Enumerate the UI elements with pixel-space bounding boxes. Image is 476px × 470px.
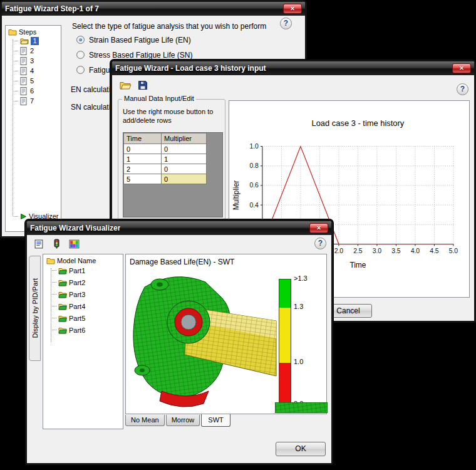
colorbar-upper-label: 1.3 <box>294 303 303 310</box>
document-icon <box>20 87 27 95</box>
ok-button[interactable]: OK <box>276 442 326 456</box>
tree-connector <box>14 91 18 91</box>
table-cell-r1-c1[interactable]: 1 <box>162 154 207 164</box>
tab-no-mean[interactable]: No Mean <box>125 415 165 426</box>
table-cell-r3-c0[interactable]: 5 <box>124 174 162 184</box>
svg-text:0.6: 0.6 <box>249 182 259 189</box>
step-item-5[interactable]: 5 <box>8 76 61 86</box>
tree-connector <box>14 81 18 81</box>
table-header-row: TimeMultiplier <box>124 133 207 144</box>
part-label: Part4 <box>69 303 85 310</box>
tree-connector <box>14 61 18 61</box>
part-label: Part5 <box>69 315 85 322</box>
current-step-icon <box>20 37 29 44</box>
step-item-2[interactable]: 2 <box>8 46 61 56</box>
table-cell-r2-c1[interactable]: 0 <box>162 164 207 174</box>
step-item-4[interactable]: 4 <box>8 66 61 76</box>
radio-icon[interactable] <box>76 51 85 59</box>
column-header-time[interactable]: Time <box>124 133 162 144</box>
table-row: 20 <box>124 164 207 174</box>
save-button[interactable] <box>135 78 151 93</box>
svg-text:Time: Time <box>349 261 366 269</box>
open-button[interactable] <box>117 78 133 93</box>
tree-item-part3[interactable]: Part3 <box>46 288 123 300</box>
groupbox-title: Manual Data Input/Edit <box>122 95 196 102</box>
tab-morrow[interactable]: Morrow <box>166 415 200 426</box>
table-cell-r2-c0[interactable]: 2 <box>124 164 162 174</box>
part-folder-icon <box>58 315 67 322</box>
model-tree-panel: Model Name Part1Part2Part3Part4Part5Part… <box>43 254 123 429</box>
tree-item-part6[interactable]: Part6 <box>46 324 123 336</box>
tree-connector <box>52 318 56 318</box>
help-button[interactable]: ? <box>457 83 468 95</box>
open-folder-icon <box>120 81 132 90</box>
step-number-label: 4 <box>29 67 35 75</box>
steps-root[interactable]: Steps <box>6 26 61 36</box>
tree-item-part4[interactable]: Part4 <box>46 300 123 312</box>
step-wizard-titlebar[interactable]: Fatigue Wizard Step-1 of 7 ✕ <box>2 2 305 16</box>
tree-item-part5[interactable]: Part5 <box>46 312 123 324</box>
column-header-multiplier[interactable]: Multiplier <box>162 133 207 144</box>
tree-connector <box>52 306 56 306</box>
step-item-6[interactable]: 6 <box>8 86 61 96</box>
tab-display-by-pid-part[interactable]: Display by PID/Part <box>29 256 41 361</box>
folder-icon <box>46 257 55 264</box>
tree-connector <box>14 101 18 102</box>
visualizer-client: ? Display by PID/Part Model Name Part1Pa… <box>27 235 331 463</box>
result-title: Damage Based Life(EN) - SWT <box>130 258 234 266</box>
history-window-titlebar[interactable]: Fatigue Wizard - Load case 3 history inp… <box>112 61 474 75</box>
help-button[interactable]: ? <box>280 18 292 29</box>
step-item-7[interactable]: 7 <box>8 96 61 106</box>
damage-colorbar <box>279 279 291 405</box>
tree-item-part1[interactable]: Part1 <box>46 264 123 276</box>
step-number-label: 2 <box>29 47 35 55</box>
radio-fatigue-third[interactable]: Fatigu <box>76 65 110 75</box>
part-label: Part6 <box>69 326 85 334</box>
model-root-label: Model Name <box>57 257 96 264</box>
close-icon[interactable]: ✕ <box>309 223 328 233</box>
radio-strain-based[interactable]: Strain Based Fatigue Life (EN) <box>76 35 191 44</box>
visualizer-icon <box>20 213 27 220</box>
colorbar-red-segment <box>279 363 291 405</box>
document-icon <box>20 97 27 105</box>
colorbar-mid-label: 1.0 <box>294 358 303 365</box>
tab-swt[interactable]: SWT <box>201 414 230 427</box>
radio-label: Strain Based Fatigue Life (EN) <box>89 36 191 44</box>
radio-icon[interactable] <box>76 66 85 74</box>
report-button[interactable] <box>31 236 47 251</box>
svg-text:3.0: 3.0 <box>373 248 382 254</box>
table-cell-r3-c1[interactable]: 0 <box>162 174 207 184</box>
mesh-strip-decoration <box>275 402 328 413</box>
table-cell-r0-c1[interactable]: 0 <box>162 144 207 154</box>
tree-connector <box>52 294 56 295</box>
table-cell-r1-c0[interactable]: 1 <box>124 154 162 164</box>
colormap-button[interactable] <box>66 236 82 251</box>
svg-text:1.0: 1.0 <box>249 143 259 150</box>
colormap-icon <box>69 239 80 249</box>
document-icon <box>20 57 27 65</box>
colorbar-over-label: >1.3 <box>294 274 308 282</box>
radio-icon[interactable] <box>76 36 85 44</box>
document-icon <box>20 47 27 55</box>
part-label: Part3 <box>69 291 85 298</box>
tree-connector <box>14 216 18 217</box>
radio-stress-based[interactable]: Stress Based Fatigue Life (SN) <box>76 50 192 60</box>
part-folder-icon <box>58 303 67 310</box>
time-multiplier-table: TimeMultiplier 00112050 <box>123 133 207 184</box>
traffic-light-button[interactable] <box>48 236 65 251</box>
svg-text:2.5: 2.5 <box>353 248 363 254</box>
close-icon[interactable]: ✕ <box>452 63 471 73</box>
visualizer-titlebar[interactable]: Fatigue Wizard Visualizer ✕ <box>27 221 331 235</box>
mean-correction-tabs: No MeanMorrowSWT <box>125 415 230 427</box>
tree-connector <box>14 41 18 41</box>
close-icon[interactable]: ✕ <box>283 4 302 14</box>
model-root-item[interactable]: Model Name <box>43 254 123 264</box>
step-item-3[interactable]: 3 <box>8 56 61 66</box>
step-item-1[interactable]: 1 <box>8 36 61 46</box>
help-button[interactable]: ? <box>314 238 326 249</box>
part-label: Part2 <box>69 279 85 286</box>
steps-tree-panel: Steps 1234567 Visualizer <box>5 25 61 232</box>
table-cell-r0-c0[interactable]: 0 <box>124 144 162 154</box>
colorbar-green-segment <box>279 279 291 308</box>
tree-item-part2[interactable]: Part2 <box>46 276 123 288</box>
